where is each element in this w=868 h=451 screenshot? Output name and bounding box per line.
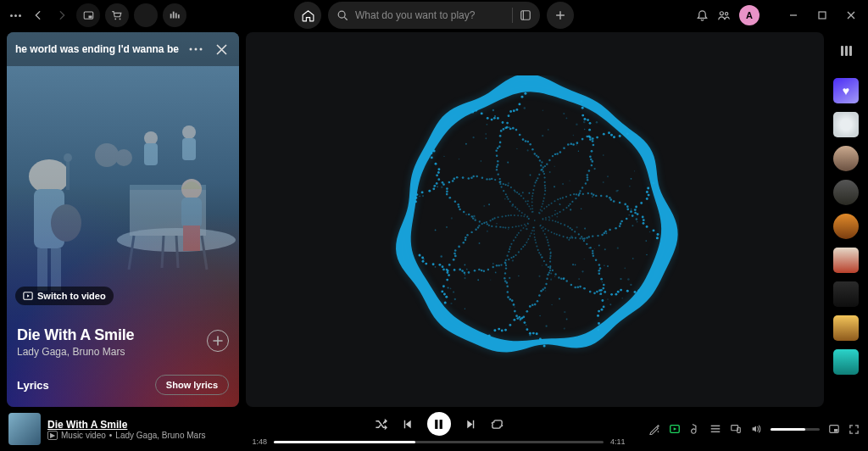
pip-button[interactable] — [76, 3, 100, 27]
rail-item-liked-songs[interactable]: ♥ — [833, 78, 859, 103]
now-playing-song-title[interactable]: Die With A Smile — [17, 326, 229, 344]
now-playing-more-button[interactable] — [186, 40, 205, 58]
svg-point-397 — [534, 153, 536, 154]
browse-icon[interactable] — [520, 9, 531, 21]
queue-button[interactable] — [709, 423, 721, 435]
create-button[interactable] — [547, 2, 574, 29]
player-song-title[interactable]: Die With A Smile — [47, 419, 206, 431]
home-button[interactable] — [294, 2, 321, 29]
rail-item-album-1[interactable] — [833, 180, 859, 205]
switch-to-video-button[interactable]: Switch to video — [15, 287, 114, 305]
svg-point-642 — [616, 190, 619, 192]
svg-point-421 — [513, 109, 515, 112]
svg-point-141 — [570, 227, 571, 229]
miniplayer-button[interactable] — [828, 423, 840, 435]
svg-point-225 — [541, 227, 542, 229]
nav-back-button[interactable] — [29, 6, 47, 25]
rail-item-artist-1[interactable] — [833, 146, 859, 171]
play-pause-button[interactable] — [427, 412, 451, 436]
player-bar: Die With A Smile ▶ Music video • Lady Ga… — [0, 407, 868, 451]
equalizer-button[interactable] — [163, 3, 186, 27]
player-controls — [375, 412, 504, 436]
avatar[interactable]: A — [739, 5, 760, 25]
svg-point-130 — [593, 255, 594, 257]
blank-circle-button[interactable] — [134, 3, 158, 27]
svg-point-187 — [525, 225, 526, 226]
svg-rect-18 — [37, 248, 47, 291]
svg-point-486 — [559, 211, 561, 213]
notifications-icon[interactable] — [696, 9, 709, 22]
svg-point-465 — [593, 144, 595, 147]
svg-point-407 — [544, 185, 546, 187]
rail-item-artist-2[interactable] — [833, 214, 859, 239]
svg-point-712 — [587, 237, 587, 238]
friends-icon[interactable] — [717, 9, 731, 22]
progress-bar[interactable] — [274, 441, 604, 443]
svg-point-555 — [579, 237, 581, 239]
svg-point-224 — [542, 230, 544, 231]
player-album-art[interactable] — [8, 413, 41, 445]
window-maximize-button[interactable] — [812, 5, 832, 25]
svg-point-661 — [575, 264, 576, 266]
search-field-wrap[interactable] — [328, 2, 540, 29]
rail-item-playlist-1[interactable] — [833, 112, 859, 137]
now-playing-scroll-text: he world was ending I'd wanna be next t — [15, 43, 180, 55]
svg-point-237 — [453, 259, 455, 261]
svg-point-131 — [592, 252, 593, 253]
svg-point-612 — [604, 248, 606, 250]
svg-point-156 — [526, 328, 528, 331]
now-playing-view-button[interactable] — [669, 423, 681, 435]
devices-button[interactable] — [730, 423, 742, 435]
volume-icon[interactable] — [750, 423, 762, 435]
show-lyrics-button[interactable]: Show lyrics — [155, 375, 229, 395]
previous-button[interactable] — [401, 418, 414, 431]
player-artists-line[interactable]: Lady Gaga, Bruno Mars — [115, 431, 205, 440]
fullscreen-button[interactable] — [849, 424, 860, 435]
svg-point-438 — [498, 174, 499, 175]
svg-point-33 — [190, 48, 192, 51]
search-input[interactable] — [355, 9, 505, 21]
svg-point-454 — [526, 215, 528, 217]
svg-point-212 — [549, 270, 551, 271]
svg-point-474 — [587, 179, 588, 181]
rail-item-album-2[interactable] — [833, 281, 859, 307]
next-button[interactable] — [465, 418, 477, 431]
rail-item-album-4[interactable] — [833, 349, 859, 375]
svg-point-294 — [520, 248, 522, 250]
svg-point-624 — [466, 269, 468, 270]
svg-point-550 — [597, 235, 598, 237]
lyrics-button[interactable] — [689, 423, 701, 435]
cart-button[interactable] — [105, 3, 129, 27]
enhance-icon[interactable] — [648, 423, 660, 435]
svg-point-413 — [542, 203, 543, 204]
svg-rect-25 — [183, 226, 192, 251]
svg-point-151 — [543, 344, 546, 347]
nav-forward-button[interactable] — [53, 6, 71, 25]
svg-point-283 — [487, 269, 489, 270]
rail-item-artist-3[interactable] — [833, 248, 859, 273]
library-icon[interactable] — [837, 46, 854, 58]
now-playing-artists[interactable]: Lady Gaga, Bruno Mars — [17, 346, 229, 358]
svg-point-577 — [605, 232, 607, 234]
svg-point-178 — [509, 248, 510, 250]
rail-item-album-3[interactable] — [833, 315, 859, 341]
svg-point-708 — [520, 320, 521, 321]
svg-point-388 — [509, 128, 512, 131]
svg-point-727 — [550, 251, 552, 253]
svg-point-373 — [512, 226, 514, 228]
svg-point-50 — [613, 200, 615, 203]
svg-point-679 — [588, 248, 589, 248]
now-playing-close-button[interactable] — [212, 40, 231, 58]
svg-point-723 — [527, 200, 529, 202]
svg-point-615 — [584, 129, 585, 130]
window-close-button[interactable] — [841, 5, 861, 25]
repeat-button[interactable] — [491, 418, 504, 431]
svg-point-521 — [535, 181, 537, 183]
app-menu-button[interactable] — [7, 3, 24, 27]
window-minimize-button[interactable] — [783, 5, 804, 25]
svg-point-544 — [619, 226, 621, 228]
shuffle-button[interactable] — [375, 418, 387, 431]
volume-bar[interactable] — [771, 428, 820, 431]
add-to-library-button[interactable] — [207, 330, 229, 352]
svg-rect-9 — [521, 11, 531, 20]
